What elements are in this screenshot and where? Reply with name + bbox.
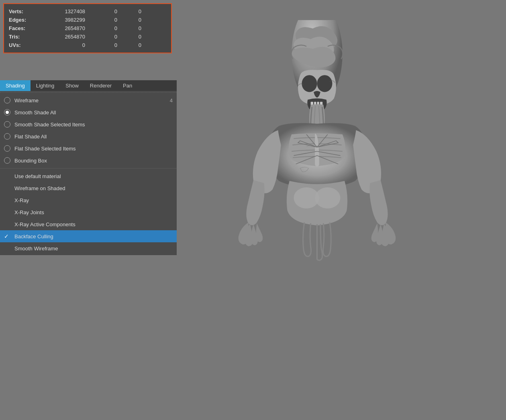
radio-indicator bbox=[4, 121, 10, 128]
menu-item-label: Wireframe on Shaded bbox=[14, 185, 173, 191]
menu-item-check-2[interactable]: X-Ray bbox=[0, 194, 177, 206]
svg-point-1 bbox=[302, 75, 317, 92]
menu-item-check-3[interactable]: X-Ray Joints bbox=[0, 206, 177, 218]
menu-item-check-6[interactable]: Smooth Wireframe bbox=[0, 242, 177, 254]
stats-label: UVs: bbox=[9, 42, 37, 48]
menu-item-radio-0[interactable]: Wireframe4 bbox=[0, 94, 177, 106]
tab-bar: Shading Lighting Show Renderer Pan bbox=[0, 80, 177, 91]
menu-item-label: X-Ray Joints bbox=[14, 209, 173, 215]
menu-item-radio-4[interactable]: Flat Shade Selected Items bbox=[0, 142, 177, 154]
menu-item-label: Smooth Wireframe bbox=[14, 246, 173, 252]
stats-label: Verts: bbox=[9, 8, 37, 14]
stats-value1: 2654870 bbox=[37, 34, 85, 40]
menu-item-label: Bounding Box bbox=[14, 158, 173, 164]
menu-item-label: Smooth Shade Selected Items bbox=[14, 122, 173, 128]
stats-value3: 0 bbox=[117, 34, 141, 40]
stats-label: Faces: bbox=[9, 25, 37, 31]
stats-label: Edges: bbox=[9, 17, 37, 23]
menu-item-radio-2[interactable]: Smooth Shade Selected Items bbox=[0, 118, 177, 130]
radio-indicator bbox=[4, 157, 10, 164]
section-divider bbox=[0, 168, 177, 168]
stats-value3: 0 bbox=[117, 42, 141, 48]
menu-item-check-1[interactable]: Wireframe on Shaded bbox=[0, 182, 177, 194]
stats-value2: 0 bbox=[85, 8, 117, 14]
svg-point-8 bbox=[315, 187, 340, 209]
stats-label: Tris: bbox=[9, 34, 37, 40]
stats-row: Tris: 2654870 0 0 bbox=[9, 32, 166, 41]
stats-panel: Verts: 1327408 0 0 Edges: 3982299 0 0 Fa… bbox=[3, 3, 172, 53]
menu-item-label: Use default material bbox=[14, 173, 173, 179]
shortcut-label: 4 bbox=[170, 97, 173, 103]
menu-item-check-5[interactable]: ✓Backface Culling bbox=[0, 230, 177, 242]
stats-value2: 0 bbox=[85, 42, 117, 48]
menu-item-radio-1[interactable]: Smooth Shade All bbox=[0, 106, 177, 118]
creature-model bbox=[141, 20, 502, 401]
stats-row: Edges: 3982299 0 0 bbox=[9, 16, 166, 24]
radio-indicator bbox=[4, 97, 10, 103]
tab-pan[interactable]: Pan bbox=[117, 80, 138, 91]
checkmark-indicator: ✓ bbox=[4, 233, 10, 239]
tab-lighting[interactable]: Lighting bbox=[31, 80, 60, 91]
radio-indicator bbox=[4, 109, 10, 116]
stats-value1: 1327408 bbox=[37, 8, 85, 14]
stats-value1: 2654870 bbox=[37, 25, 85, 31]
stats-row: Verts: 1327408 0 0 bbox=[9, 7, 166, 16]
menu-item-label: Backface Culling bbox=[14, 233, 173, 239]
tab-show[interactable]: Show bbox=[60, 80, 84, 91]
display-options-section: Use default materialWireframe on ShadedX… bbox=[0, 169, 177, 255]
menu-panel: Shading Lighting Show Renderer Pan Wiref… bbox=[0, 80, 177, 255]
radio-indicator bbox=[4, 145, 10, 152]
stats-value2: 0 bbox=[85, 34, 117, 40]
stats-value2: 0 bbox=[85, 17, 117, 23]
stats-value1: 3982299 bbox=[37, 17, 85, 23]
menu-item-radio-3[interactable]: Flat Shade All bbox=[0, 130, 177, 142]
stats-value3: 0 bbox=[117, 17, 141, 23]
menu-item-label: X-Ray Active Components bbox=[14, 221, 173, 227]
menu-item-label: X-Ray bbox=[14, 197, 173, 203]
svg-point-2 bbox=[317, 75, 332, 92]
tab-renderer[interactable]: Renderer bbox=[84, 80, 117, 91]
separator-dotted bbox=[0, 92, 177, 93]
menu-item-label: Flat Shade All bbox=[14, 134, 173, 140]
menu-item-radio-5[interactable]: Bounding Box bbox=[0, 154, 177, 166]
tab-shading[interactable]: Shading bbox=[0, 80, 31, 91]
shading-options-section: Wireframe4Smooth Shade AllSmooth Shade S… bbox=[0, 93, 177, 167]
stats-value1: 0 bbox=[37, 42, 85, 48]
menu-item-check-4[interactable]: X-Ray Active Components bbox=[0, 218, 177, 230]
menu-item-label: Wireframe bbox=[14, 97, 166, 103]
stats-value3: 0 bbox=[117, 8, 141, 14]
radio-indicator bbox=[4, 133, 10, 140]
stats-value3: 0 bbox=[117, 25, 141, 31]
menu-item-check-0[interactable]: Use default material bbox=[0, 170, 177, 182]
stats-row: UVs: 0 0 0 bbox=[9, 41, 166, 49]
stats-value2: 0 bbox=[85, 25, 117, 31]
menu-item-label: Smooth Shade All bbox=[14, 110, 173, 116]
stats-row: Faces: 2654870 0 0 bbox=[9, 24, 166, 32]
menu-item-label: Flat Shade Selected Items bbox=[14, 146, 173, 152]
